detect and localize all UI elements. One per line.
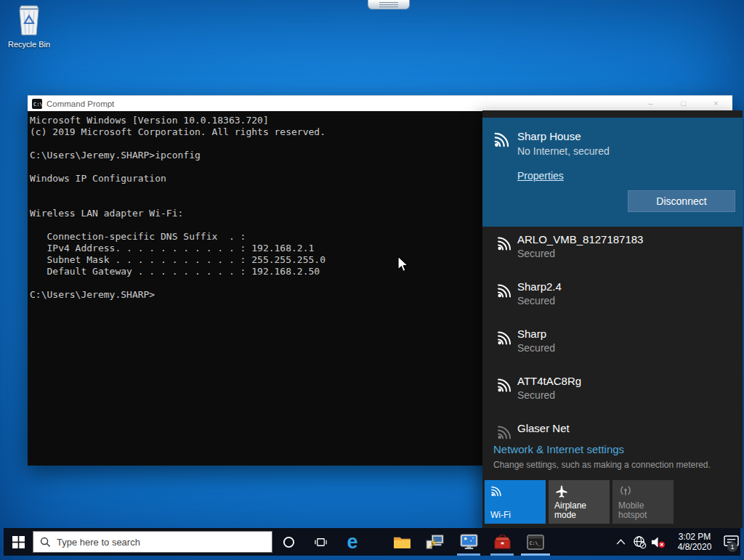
disconnect-button[interactable]: Disconnect bbox=[628, 190, 735, 212]
network-status: Secured bbox=[517, 342, 555, 354]
network-list-item[interactable]: ATT4tAC8Rg Secured bbox=[482, 368, 743, 415]
open-app-indicator bbox=[457, 553, 480, 556]
network-tray-button[interactable] bbox=[630, 528, 649, 556]
recycle-bin-icon bbox=[15, 4, 43, 36]
connected-network-panel[interactable]: Sharp House No Internet, secured Propert… bbox=[482, 118, 743, 227]
window-title: Command Prompt bbox=[46, 100, 114, 108]
network-status: Secured bbox=[517, 389, 581, 401]
edge-button[interactable]: e bbox=[336, 528, 368, 556]
action-center-button[interactable]: 1 bbox=[721, 528, 740, 556]
command-prompt-button[interactable]: C:\_ bbox=[519, 528, 552, 556]
grip-handle-icon bbox=[379, 2, 398, 7]
network-list: ARLO_VMB_8127187183 Secured Sharp2.4 Sec… bbox=[482, 227, 743, 443]
wifi-icon bbox=[490, 484, 504, 498]
wifi-signal-icon bbox=[493, 130, 512, 149]
folder-icon bbox=[393, 535, 411, 550]
chevron-up-icon bbox=[616, 539, 626, 545]
volume-tray-button[interactable] bbox=[649, 528, 668, 556]
wifi-signal-icon bbox=[493, 422, 517, 441]
minimize-button[interactable]: – bbox=[634, 96, 667, 112]
volume-muted-icon bbox=[651, 535, 666, 549]
cortana-button[interactable] bbox=[272, 528, 304, 556]
wifi-tile-label: Wi-Fi bbox=[490, 511, 541, 520]
airplane-tile-label: Airplane mode bbox=[554, 501, 605, 520]
open-app-indicator bbox=[490, 553, 514, 556]
wifi-signal-icon bbox=[493, 233, 517, 252]
tray-overflow-button[interactable] bbox=[611, 528, 630, 556]
connected-network-status: No Internet, secured bbox=[517, 145, 610, 157]
clock-date: 4/8/2020 bbox=[671, 542, 719, 552]
airplane-mode-tile[interactable]: Airplane mode bbox=[549, 480, 610, 524]
edge-icon: e bbox=[347, 532, 357, 552]
network-status: Secured bbox=[517, 295, 562, 307]
display-settings-icon bbox=[460, 534, 478, 550]
wifi-signal-icon bbox=[493, 328, 517, 346]
start-button[interactable] bbox=[4, 528, 33, 556]
windows-logo-icon bbox=[12, 536, 25, 548]
wifi-toggle-tile[interactable]: Wi-Fi bbox=[485, 480, 546, 524]
vm-console-tab[interactable] bbox=[368, 0, 410, 9]
recycle-bin-label: Recycle Bin bbox=[6, 40, 52, 49]
active-app-indicator bbox=[521, 553, 550, 556]
taskbar-search[interactable] bbox=[33, 531, 272, 553]
svg-text:C:\_: C:\_ bbox=[530, 540, 541, 545]
remote-computer-icon bbox=[426, 534, 445, 550]
connected-network-name: Sharp House bbox=[517, 130, 581, 142]
admin-tools-button[interactable] bbox=[485, 528, 519, 556]
cmd-titlebar[interactable]: C:\ Command Prompt – □ × bbox=[28, 95, 732, 111]
search-input[interactable] bbox=[57, 537, 272, 548]
network-name: ATT4tAC8Rg bbox=[517, 375, 581, 387]
search-icon bbox=[40, 537, 51, 548]
hotspot-icon bbox=[618, 484, 633, 499]
network-name: Sharp2.4 bbox=[517, 280, 562, 293]
toolbox-icon bbox=[493, 535, 512, 550]
airplane-icon bbox=[554, 484, 569, 499]
network-settings-link[interactable]: Network & Internet settings bbox=[493, 443, 624, 455]
clock-time: 3:02 PM bbox=[671, 532, 719, 542]
task-view-icon bbox=[314, 536, 328, 548]
close-button[interactable]: × bbox=[700, 96, 732, 112]
taskbar: e bbox=[4, 528, 740, 556]
wifi-signal-icon bbox=[493, 280, 517, 299]
notification-badge: 1 bbox=[727, 542, 737, 552]
network-name: Sharp bbox=[517, 328, 555, 340]
wifi-signal-icon bbox=[493, 375, 517, 394]
network-status: Secured bbox=[517, 248, 643, 259]
mobile-hotspot-tile[interactable]: Mobile hotspot bbox=[612, 480, 674, 524]
network-list-item[interactable]: Sharp Secured bbox=[482, 321, 743, 368]
taskbar-clock[interactable]: 3:02 PM 4/8/2020 bbox=[671, 532, 719, 552]
display-settings-button[interactable] bbox=[452, 528, 485, 556]
cortana-icon bbox=[283, 536, 295, 548]
network-name: Glaser Net bbox=[517, 422, 570, 434]
recycle-bin-shortcut[interactable]: Recycle Bin bbox=[6, 4, 52, 49]
network-list-item[interactable]: Sharp2.4 Secured bbox=[482, 274, 743, 321]
network-settings-caption: Change settings, such as making a connec… bbox=[493, 460, 711, 470]
task-view-button[interactable] bbox=[304, 528, 336, 556]
hotspot-tile-label: Mobile hotspot bbox=[618, 501, 669, 520]
network-name: ARLO_VMB_8127187183 bbox=[517, 233, 643, 245]
file-explorer-button[interactable] bbox=[385, 528, 418, 556]
properties-link[interactable]: Properties bbox=[517, 170, 564, 182]
network-globe-icon bbox=[633, 535, 647, 549]
network-list-item[interactable]: ARLO_VMB_8127187183 Secured bbox=[482, 227, 743, 274]
remote-desktop-button[interactable] bbox=[418, 528, 452, 556]
maximize-button[interactable]: □ bbox=[667, 96, 700, 112]
svg-text:C:\: C:\ bbox=[33, 102, 42, 107]
cmd-taskbar-icon: C:\_ bbox=[527, 535, 544, 550]
network-list-item[interactable]: Glaser Net bbox=[482, 415, 743, 443]
cmd-icon: C:\ bbox=[32, 99, 42, 109]
wifi-network-flyout: Sharp House No Internet, secured Propert… bbox=[482, 110, 743, 528]
